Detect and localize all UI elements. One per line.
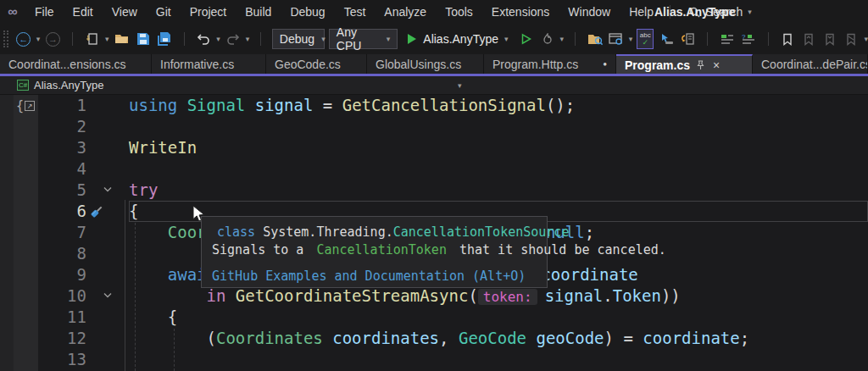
redo-button[interactable] xyxy=(225,29,242,49)
undo-button[interactable] xyxy=(195,29,212,49)
toolbar-overflow-icon[interactable]: ▾ xyxy=(864,35,868,43)
tab-informative-cs[interactable]: Informative.cs xyxy=(152,54,266,74)
code-line-2[interactable]: 2 xyxy=(0,116,868,137)
navigation-bar[interactable]: C# Alias.AnyType ▾ xyxy=(0,76,868,95)
tab-program-cs[interactable]: Program.cs× xyxy=(616,54,753,74)
menu-extensions[interactable]: Extensions xyxy=(482,2,559,22)
menu-tools[interactable]: Tools xyxy=(436,2,482,22)
menu-view[interactable]: View xyxy=(103,2,147,22)
chevron-down-icon[interactable]: ▾ xyxy=(216,35,220,43)
find-in-files-button[interactable] xyxy=(587,29,604,49)
chevron-down-icon[interactable]: ▾ xyxy=(246,35,250,43)
chevron-down-icon[interactable]: ▾ xyxy=(36,35,41,43)
menu-analyze[interactable]: Analyze xyxy=(375,2,436,22)
navigate-forward-button[interactable]: → xyxy=(44,29,61,49)
menu-debug[interactable]: Debug xyxy=(281,2,334,22)
fold-column[interactable] xyxy=(93,307,129,328)
tab-program-http-cs[interactable]: Program.Http.cs● xyxy=(484,54,616,74)
fold-column[interactable] xyxy=(93,95,129,116)
open-folder-button[interactable] xyxy=(114,29,131,49)
code-token: ( xyxy=(207,329,216,347)
chevron-down-icon: ▾ xyxy=(321,35,326,43)
navigate-back-button[interactable]: ← xyxy=(15,29,32,49)
fold-column[interactable] xyxy=(93,264,129,285)
peek-definition-button[interactable] xyxy=(679,29,696,49)
solution-explorer-button[interactable] xyxy=(608,29,625,49)
code-line-13[interactable]: 13 xyxy=(0,349,868,370)
code-line-1[interactable]: 1using Signal signal = GetCancellationSi… xyxy=(0,95,868,116)
new-file-button[interactable] xyxy=(84,29,101,49)
start-debugging-button[interactable]: Alias.AnyType ▾ xyxy=(402,29,513,49)
quick-actions-screwdriver-icon[interactable] xyxy=(88,203,105,220)
window-title: Alias.AnyType xyxy=(654,5,735,19)
fold-column[interactable] xyxy=(93,349,129,370)
fold-column[interactable] xyxy=(93,328,129,349)
chevron-down-icon: ▾ xyxy=(748,8,752,16)
start-without-debugging-button[interactable] xyxy=(518,29,535,49)
comment-out-button[interactable] xyxy=(719,29,736,49)
code-token: { xyxy=(129,202,138,220)
tooltip-signature: class System.Threading.CancellationToken… xyxy=(217,224,569,240)
tab-geocode-cs[interactable]: GeoCode.cs xyxy=(266,54,367,74)
save-button[interactable] xyxy=(135,29,152,49)
code-line-4[interactable]: 4 xyxy=(0,158,868,180)
fold-column[interactable] xyxy=(93,222,129,243)
spell-checker-toggle[interactable]: abc ✓ xyxy=(637,29,654,49)
code-structure-icon[interactable]: {↗ xyxy=(16,98,35,114)
hot-reload-button[interactable] xyxy=(539,29,556,49)
code-token: ; xyxy=(585,223,594,241)
next-bookmark-button[interactable] xyxy=(821,29,838,49)
caret-navigation-button[interactable] xyxy=(658,29,675,49)
toolbar-grip[interactable] xyxy=(3,30,8,47)
fold-column[interactable] xyxy=(93,158,129,180)
chevron-down-icon[interactable]: ▾ xyxy=(458,81,462,90)
menu-window[interactable]: Window xyxy=(559,2,620,22)
menu-project[interactable]: Project xyxy=(181,2,236,22)
solution-configuration-dropdown[interactable]: Debug ▾ xyxy=(272,29,325,49)
code-line-12[interactable]: 12(Coordinates coordinates, GeoCode geoC… xyxy=(0,328,868,349)
solution-platform-dropdown[interactable]: Any CPU ▾ xyxy=(329,29,398,49)
tooltip-token: Signals to a xyxy=(212,242,311,257)
tab-coordinat-ensions-cs[interactable]: Coordinat...ensions.cs xyxy=(0,54,152,74)
fold-column[interactable] xyxy=(93,285,129,307)
code-line-11[interactable]: 11{ xyxy=(0,307,868,328)
code-editor[interactable]: {↗ 1using Signal signal = GetCancellatio… xyxy=(0,95,868,371)
chevron-down-icon[interactable]: ▾ xyxy=(105,35,109,43)
tab-coordinat-depair-cs[interactable]: Coordinat...dePair.cs xyxy=(753,54,868,74)
uncomment-button[interactable]: ? xyxy=(740,29,757,49)
divider xyxy=(707,32,708,46)
code-token: ( xyxy=(468,286,477,305)
chevron-down-icon[interactable]: ▾ xyxy=(560,35,565,43)
line-number: 4 xyxy=(0,158,93,180)
menu-git[interactable]: Git xyxy=(147,2,181,22)
line-number: 2 xyxy=(0,116,93,137)
code-token: )) xyxy=(661,286,681,305)
configuration-value: Debug xyxy=(280,32,314,46)
code-line-10[interactable]: 10in GetCoordinateStreamAsync(token:sign… xyxy=(0,285,868,307)
previous-bookmark-button[interactable] xyxy=(800,29,817,49)
clear-bookmarks-button[interactable] xyxy=(843,29,860,49)
tooltip-doc-link[interactable]: GitHub Examples and Documentation (Alt+O… xyxy=(212,269,537,284)
fold-column[interactable] xyxy=(93,201,129,222)
tab-globalusings-cs[interactable]: GlobalUsings.cs xyxy=(367,54,484,74)
toolbar-overflow-icon[interactable]: ▾ xyxy=(629,35,633,43)
fold-column[interactable] xyxy=(93,180,129,201)
code-token: coordinate xyxy=(643,329,739,347)
fold-column[interactable] xyxy=(93,137,129,158)
fold-column[interactable] xyxy=(93,243,129,264)
fold-chevron-icon[interactable] xyxy=(103,185,113,195)
code-token: signal xyxy=(255,96,323,114)
code-token: signal xyxy=(545,286,604,305)
close-icon[interactable]: × xyxy=(713,58,720,72)
menu-edit[interactable]: Edit xyxy=(64,2,103,22)
fold-chevron-icon[interactable] xyxy=(103,291,113,301)
code-line-5[interactable]: 5try xyxy=(0,180,868,201)
menu-test[interactable]: Test xyxy=(335,2,376,22)
code-token: GetCoordinateStreamAsync xyxy=(236,286,469,305)
save-all-button[interactable] xyxy=(156,29,173,49)
code-line-3[interactable]: 3WriteIn xyxy=(0,137,868,158)
toggle-bookmark-button[interactable] xyxy=(779,29,796,49)
menu-file[interactable]: File xyxy=(25,2,64,22)
menu-build[interactable]: Build xyxy=(236,2,281,22)
fold-column[interactable] xyxy=(93,116,129,137)
